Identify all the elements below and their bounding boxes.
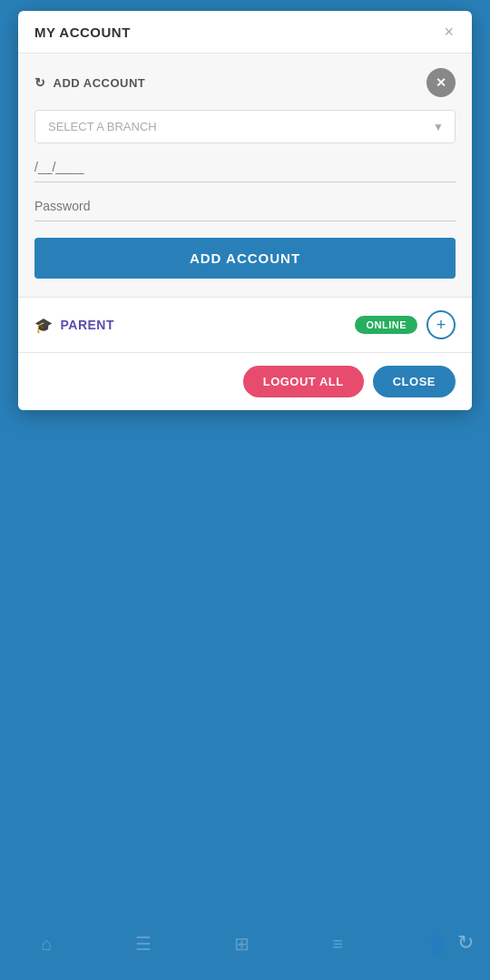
bottom-nav-hint: ⌂ ☰ ⊞ ≡ 👤 — [0, 907, 490, 980]
add-account-button[interactable]: ADD ACCOUNT — [34, 238, 456, 279]
password-input-group — [34, 191, 456, 221]
online-badge: ONLINE — [355, 316, 417, 334]
graduation-icon: 🎓 — [34, 317, 54, 334]
my-account-modal: MY ACCOUNT × ↻ ADD ACCOUNT ✕ SELECT A BR — [18, 11, 472, 410]
add-account-text: ADD ACCOUNT — [54, 76, 146, 90]
parent-section: 🎓 PARENT ONLINE + — [18, 298, 472, 353]
add-account-section: ↻ ADD ACCOUNT ✕ SELECT A BRANCH ▼ — [18, 54, 472, 298]
modal-close-x-button[interactable]: × — [442, 24, 456, 40]
date-input-group — [34, 152, 456, 182]
refresh-icon: ↻ — [34, 75, 46, 90]
password-input[interactable] — [34, 191, 456, 221]
branch-select-group: SELECT A BRANCH ▼ — [34, 110, 456, 143]
add-account-header: ↻ ADD ACCOUNT ✕ — [34, 68, 456, 97]
logout-all-button[interactable]: LOGOUT ALL — [243, 366, 364, 397]
add-parent-button[interactable]: + — [426, 310, 456, 339]
parent-right: ONLINE + — [355, 310, 456, 339]
parent-text: PARENT — [61, 318, 115, 332]
branch-select[interactable]: SELECT A BRANCH — [35, 111, 455, 142]
add-account-label: ↻ ADD ACCOUNT — [34, 75, 145, 90]
modal-title: MY ACCOUNT — [34, 24, 131, 40]
close-circle-button[interactable]: ✕ — [426, 68, 456, 97]
nav-icon-home: ⌂ — [42, 934, 53, 955]
modal-header: MY ACCOUNT × — [18, 11, 472, 54]
modal-overlay: MY ACCOUNT × ↻ ADD ACCOUNT ✕ SELECT A BR — [0, 0, 490, 980]
branch-select-wrapper: SELECT A BRANCH ▼ — [34, 110, 456, 143]
modal-body: ↻ ADD ACCOUNT ✕ SELECT A BRANCH ▼ — [18, 54, 472, 410]
parent-label: 🎓 PARENT — [34, 317, 114, 334]
nav-icon-grid: ⊞ — [234, 933, 250, 955]
close-button[interactable]: CLOSE — [373, 366, 456, 397]
nav-icon-list: ≡ — [332, 934, 343, 955]
date-input[interactable] — [34, 152, 456, 182]
nav-icon-menu: ☰ — [135, 933, 152, 955]
nav-icon-user: 👤 — [426, 933, 448, 955]
modal-footer: LOGOUT ALL CLOSE — [18, 353, 472, 410]
